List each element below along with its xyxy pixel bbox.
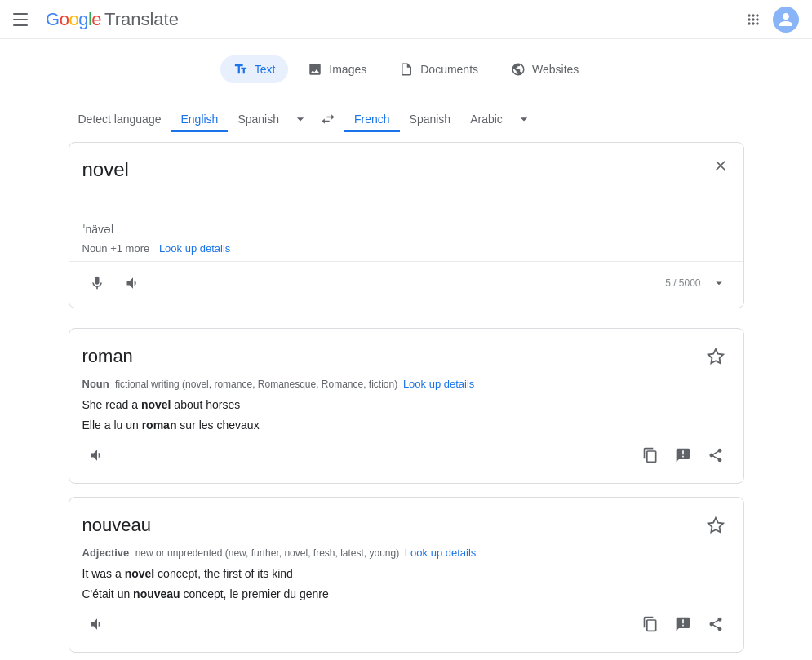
speaker-nouveau-button[interactable] <box>82 609 112 639</box>
lang-detect[interactable]: Detect language <box>69 106 171 132</box>
more-options-button[interactable] <box>708 272 730 295</box>
mode-tabs: Text Images Documents W <box>69 55 744 83</box>
result-header-nouveau: nouveau <box>82 511 730 540</box>
star-roman-button[interactable] <box>701 342 730 371</box>
lookup-nouveau-link[interactable]: Look up details <box>405 547 476 559</box>
swap-languages-button[interactable] <box>312 103 344 135</box>
tab-text-label: Text <box>255 63 276 76</box>
result-word-nouveau: nouveau <box>82 515 151 536</box>
svg-marker-0 <box>708 349 722 363</box>
input-area: novel <box>69 143 743 219</box>
clear-button[interactable] <box>708 153 734 179</box>
avatar-image <box>773 7 799 33</box>
example-source-roman: She read a novel about horses <box>82 396 730 414</box>
result-footer-roman <box>82 441 730 470</box>
feedback-roman-button[interactable] <box>668 441 698 470</box>
input-actions <box>82 268 148 298</box>
star-nouveau-button[interactable] <box>701 511 730 540</box>
source-lang-more[interactable] <box>289 104 312 134</box>
tab-documents[interactable]: Documents <box>386 55 491 83</box>
char-count: 5 / 5000 <box>665 272 730 295</box>
source-input[interactable]: novel <box>82 156 730 210</box>
user-avatar[interactable] <box>773 7 799 33</box>
result-pos-nouveau: Adjective new or unpredented (new, furth… <box>82 547 730 559</box>
lang-source-spanish[interactable]: Spanish <box>228 106 289 132</box>
logo-translate-text: Translate <box>104 9 179 30</box>
result-header-roman: roman <box>82 342 730 371</box>
char-count-text: 5 / 5000 <box>665 277 700 289</box>
app-logo: Google Translate <box>46 9 179 30</box>
google-apps-icon[interactable] <box>740 7 766 33</box>
tab-images[interactable]: Images <box>295 55 379 83</box>
feedback-nouveau-button[interactable] <box>668 609 698 639</box>
result-pos-roman: Noun fictional writing (novel, romance, … <box>82 378 730 390</box>
main-content: Text Images Documents W <box>55 39 757 660</box>
pos-label: Noun +1 more <box>82 242 150 255</box>
speaker-roman-button[interactable] <box>82 441 112 470</box>
result-footer-nouveau <box>82 609 730 639</box>
input-footer: 5 / 5000 <box>69 261 743 308</box>
lookup-details-link[interactable]: Look up details <box>159 242 230 255</box>
result-card-roman: roman Noun fictional writing (novel, rom… <box>69 328 744 484</box>
copy-nouveau-button[interactable] <box>636 609 665 639</box>
speaker-button[interactable] <box>118 268 148 298</box>
example-target-nouveau: C'était un nouveau concept, le premier d… <box>82 586 730 603</box>
lang-french[interactable]: French <box>344 106 400 132</box>
tab-websites[interactable]: Websites <box>498 55 592 83</box>
websites-icon <box>511 62 526 77</box>
text-icon <box>233 62 248 77</box>
logo-google-text: Google <box>46 9 101 30</box>
input-box: novel ˈnävəl Noun +1 more Look up detail… <box>69 142 744 308</box>
language-bar: Detect language English Spanish French S… <box>69 103 744 135</box>
pos-adj-nouveau: Adjective <box>82 547 130 559</box>
result-word-roman: roman <box>82 346 133 367</box>
pos-detail-nouveau: new or unpredented (new, further, novel,… <box>135 547 400 559</box>
tab-text[interactable]: Text <box>220 55 289 83</box>
app-header: Google Translate <box>0 0 812 39</box>
lang-english[interactable]: English <box>171 106 228 132</box>
target-lang-more[interactable] <box>512 104 535 134</box>
mic-button[interactable] <box>82 268 112 298</box>
tab-websites-label: Websites <box>532 63 579 76</box>
svg-marker-1 <box>708 518 722 532</box>
lang-arabic[interactable]: Arabic <box>460 106 512 132</box>
result-actions-nouveau <box>636 609 730 639</box>
source-lang-group: Detect language English Spanish <box>69 104 312 134</box>
phonetic-text: ˈnävəl <box>69 223 743 239</box>
header-right <box>740 7 799 33</box>
lookup-roman-link[interactable]: Look up details <box>403 378 474 390</box>
pos-detail-roman: fictional writing (novel, romance, Roman… <box>115 379 397 390</box>
tab-images-label: Images <box>329 63 366 76</box>
example-source-nouveau: It was a novel concept, the first of its… <box>82 565 730 582</box>
share-nouveau-button[interactable] <box>701 609 730 639</box>
target-lang-group: French Spanish Arabic <box>344 104 535 134</box>
input-meta: Noun +1 more Look up details <box>69 239 743 261</box>
copy-roman-button[interactable] <box>636 441 665 470</box>
result-card-nouveau: nouveau Adjective new or unpredented (ne… <box>69 497 744 653</box>
example-target-roman: Elle a lu un roman sur les chevaux <box>82 417 730 434</box>
documents-icon <box>399 62 414 77</box>
images-icon <box>308 62 322 77</box>
share-roman-button[interactable] <box>701 441 730 470</box>
result-actions-roman <box>636 441 730 470</box>
tab-documents-label: Documents <box>420 63 478 76</box>
menu-icon[interactable] <box>13 10 33 29</box>
lang-target-spanish[interactable]: Spanish <box>400 106 461 132</box>
pos-noun-roman: Noun <box>82 378 109 390</box>
